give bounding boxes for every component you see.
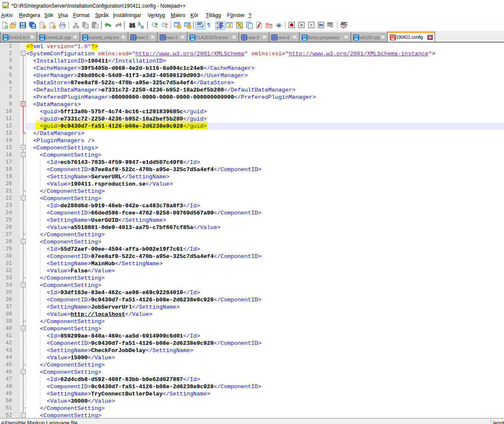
svg-text:b: b <box>138 22 141 27</box>
svg-text:ABC: ABC <box>340 21 348 26</box>
svg-text:¶: ¶ <box>207 22 210 28</box>
